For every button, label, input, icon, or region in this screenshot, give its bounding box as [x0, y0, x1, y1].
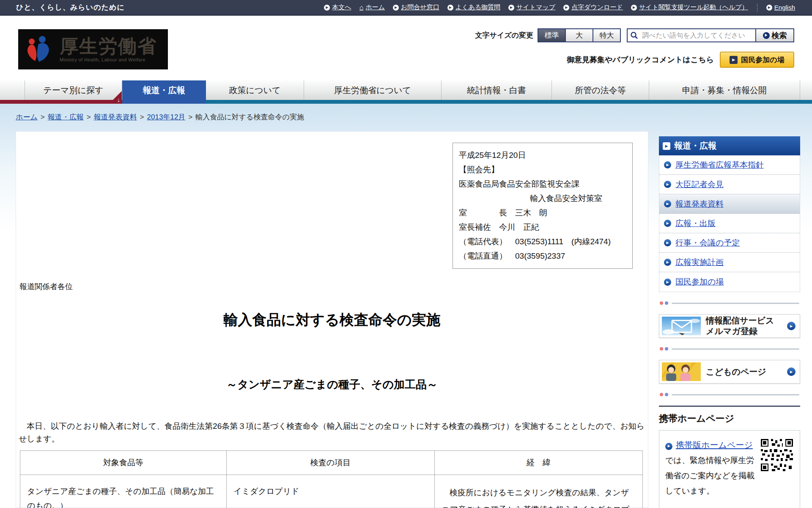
font-size-xlarge-button[interactable]: 特大: [593, 28, 621, 42]
mailmag-banner-label: 情報配信サービス メルマガ登録: [706, 315, 782, 337]
link-accessibility-tool[interactable]: ▶サイト閲覧支援ツール起動（ヘルプ）: [631, 3, 748, 11]
logo-text-block: 厚生労働省 Ministry of Health, Labour and Wel…: [60, 37, 157, 62]
kids-banner-image: [662, 362, 701, 381]
header-controls: 文字サイズの変更 標準 大 特大 ▶検索 御意見募集やパブリックコメントはこちら: [447, 28, 794, 68]
sidebar: ▶ 報道・広報 ▶厚生労働省広報基本指針 ▶大臣記者会見 ▶報道発表資料 ▶広報…: [659, 136, 800, 508]
arrow-circle-icon: ▶: [665, 443, 672, 450]
font-size-label: 文字サイズの変更: [475, 30, 533, 40]
link-faq[interactable]: ▶よくある御質問: [447, 3, 500, 11]
sidebar-item-participation[interactable]: ▶国民参加の場: [659, 272, 800, 292]
page-subtitle: ～タンザニア産ごまの種子、その加工品～: [16, 377, 648, 392]
col-header-subject: 対象食品等: [20, 451, 227, 475]
divider: [757, 4, 757, 11]
arrow-circle-icon: ▶: [763, 32, 770, 39]
breadcrumb-current: 輸入食品に対する検査命令の実施: [195, 112, 304, 122]
mailmag-banner[interactable]: 情報配信サービス メルマガ登録 ▶: [659, 314, 800, 338]
inspection-order-table: 対象食品等 検査の項目 経 緯 タンザニア産ごまの種子、その加工品（簡易な加工の…: [20, 450, 643, 508]
sidebar-item-pr-policy[interactable]: ▶厚生労働省広報基本指針: [659, 155, 800, 175]
arrow-circle-icon: ▶: [664, 161, 671, 168]
divider: [660, 393, 799, 396]
nav-tab-policy[interactable]: 政策について: [206, 80, 304, 100]
font-size-large-button[interactable]: 大: [565, 28, 593, 42]
breadcrumb-dec-2013[interactable]: 2013年12月: [147, 112, 186, 122]
breadcrumb-home[interactable]: ホーム: [16, 112, 38, 122]
logo-title: 厚生労働省: [60, 37, 157, 55]
content-area: ホーム > 報道・広報 > 報道発表資料 > 2013年12月 > 輸入食品に対…: [0, 104, 812, 508]
contact-phone-direct: （電話直通） 03(3595)2337: [459, 249, 626, 263]
home-icon: ⌂: [359, 4, 364, 11]
arrow-circle-icon: ▶: [664, 239, 671, 246]
arrow-circle-icon: ▶: [563, 5, 569, 11]
arrow-circle-icon: ▶: [664, 200, 671, 207]
arrow-circle-icon: ▶: [393, 5, 399, 11]
link-main-content[interactable]: ▶本文へ: [324, 3, 351, 11]
breadcrumb-separator: >: [188, 113, 192, 121]
kids-page-banner[interactable]: こどものページ ▶: [659, 360, 800, 384]
search-button[interactable]: ▶検索: [755, 28, 794, 42]
contact-office: 輸入食品安全対策室: [459, 191, 626, 206]
cell-subject: タンザニア産ごまの種子、その加工品（簡易な加工のもの。）: [20, 475, 227, 508]
utility-links: ▶本文へ ⌂ホーム ▶お問合せ窓口 ▶よくある御質問 ▶サイトマップ ▶点字ダウ…: [324, 3, 795, 11]
arrow-circle-icon: ▶: [508, 5, 514, 11]
font-size-standard-button[interactable]: 標準: [538, 28, 566, 42]
link-sitemap[interactable]: ▶サイトマップ: [508, 3, 555, 11]
search-input[interactable]: [627, 28, 755, 42]
kids-banner-label: こどものページ: [706, 367, 782, 377]
down-arrow-icon: ↓: [117, 97, 120, 103]
divider: [660, 347, 799, 351]
nav-tab-applications[interactable]: 申請・募集・情報公開: [649, 80, 800, 100]
nav-tab-themes[interactable]: テーマ別に探す ↓: [25, 80, 122, 100]
sidebar-item-press-releases[interactable]: ▶報道発表資料: [659, 194, 800, 214]
sidebar-nav-list: ▶厚生労働省広報基本指針 ▶大臣記者会見 ▶報道発表資料 ▶広報・出版 ▶行事・…: [659, 155, 800, 292]
sidebar-item-minister-press[interactable]: ▶大臣記者会見: [659, 175, 800, 194]
link-contact[interactable]: ▶お問合せ窓口: [393, 3, 439, 11]
logo-subtitle: Ministry of Health, Labour and Welfare: [60, 57, 157, 62]
sidebar-item-publications[interactable]: ▶広報・出版: [659, 214, 800, 233]
global-navigation: テーマ別に探す ↓ 報道・広報 政策について 厚生労働省について 統計情報・白書…: [0, 80, 812, 104]
release-date: 平成25年12月20日: [459, 148, 626, 163]
mhlw-logo[interactable]: 厚生労働省 Ministry of Health, Labour and Wel…: [18, 29, 168, 69]
divider: [660, 301, 799, 305]
nav-tab-press[interactable]: 報道・広報: [122, 80, 206, 100]
table-row: タンザニア産ごまの種子、その加工品（簡易な加工のもの。） イミダクロプリド 検疫…: [20, 475, 643, 508]
font-size-buttons: 標準 大 特大: [538, 28, 621, 42]
arrow-circle-icon: ▶: [664, 259, 671, 266]
nav-tab-about[interactable]: 厚生労働省について: [304, 80, 442, 100]
cell-history: 検疫所におけるモニタリング検査の結果、タンザニア産ごまの種子から基準値を超えるイ…: [435, 475, 643, 508]
page-title: 輸入食品に対する検査命令の実施: [16, 310, 648, 330]
site-search: ▶検索: [627, 28, 794, 42]
arrow-circle-icon: ▶: [631, 5, 637, 11]
mobile-site-link[interactable]: 携帯版ホームページ: [676, 440, 753, 450]
link-english[interactable]: ▶English: [766, 4, 795, 11]
link-home[interactable]: ⌂ホーム: [359, 3, 385, 11]
table-header-row: 対象食品等 検査の項目 経 緯: [20, 451, 643, 475]
arrow-circle-icon: ▶: [324, 5, 330, 11]
breadcrumb-separator: >: [140, 113, 144, 121]
cell-item: イミダクロプリド: [227, 475, 435, 508]
link-braille-download[interactable]: ▶点字ダウンロード: [563, 3, 623, 11]
arrow-square-icon: ▶: [730, 56, 738, 64]
sidebar-item-pr-plan[interactable]: ▶広報実施計画: [659, 253, 800, 272]
sidebar-item-events[interactable]: ▶行事・会議の予定: [659, 233, 800, 253]
site-tagline: ひと、くらし、みらいのために: [16, 3, 125, 12]
arrow-circle-icon: ▶: [787, 322, 796, 330]
breadcrumb-press[interactable]: 報道・広報: [48, 112, 84, 122]
col-header-item: 検査の項目: [227, 451, 435, 475]
public-participation-button[interactable]: ▶ 国民参加の場: [720, 52, 794, 68]
nav-tab-statistics[interactable]: 統計情報・白書: [442, 80, 552, 100]
mail-banner-image: [662, 317, 701, 335]
nav-strip-red: [0, 100, 122, 104]
mobile-site-text: では、緊急情報や厚生労働省のご案内などを掲載しています。: [665, 456, 754, 495]
mobile-site-box: ▶携帯版ホームページでは、緊急情報や厚生労働省のご案内などを掲載しています。: [659, 430, 800, 508]
press-release-panel: 平成25年12月20日 【照会先】 医薬食品局食品安全部監視安全課 輸入食品安全…: [16, 131, 648, 508]
breadcrumb-press-releases[interactable]: 報道発表資料: [94, 112, 137, 122]
nav-tab-laws[interactable]: 所管の法令等: [552, 80, 649, 100]
public-comment-text: 御意見募集やパブリックコメントはこちら: [567, 55, 714, 65]
arrow-square-icon: ▶: [663, 142, 670, 150]
site-header: 厚生労働省 Ministry of Health, Labour and Wel…: [0, 16, 812, 80]
breadcrumb: ホーム > 報道・広報 > 報道発表資料 > 2013年12月 > 輸入食品に対…: [16, 112, 304, 122]
mobile-site-heading: 携帯ホームページ: [659, 406, 800, 425]
arrow-circle-icon: ▶: [664, 279, 671, 286]
contact-heading: 【照会先】: [459, 163, 626, 177]
arrow-circle-icon: ▶: [787, 367, 796, 376]
